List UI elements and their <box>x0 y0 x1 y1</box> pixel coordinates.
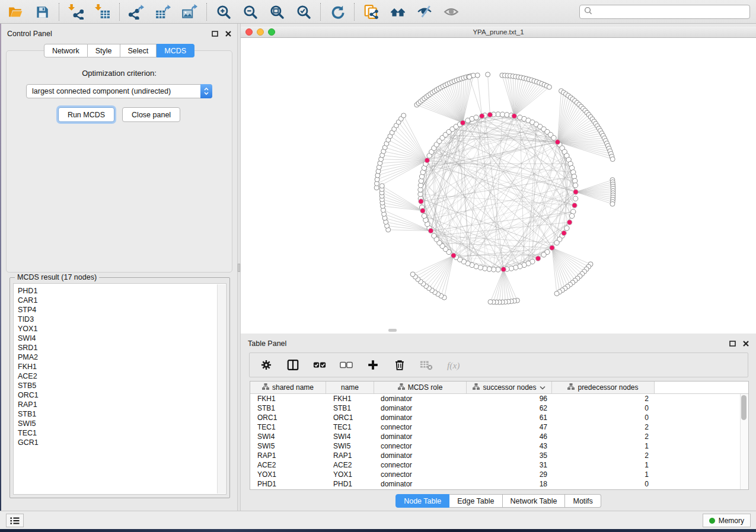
import-network-icon[interactable] <box>68 4 84 20</box>
table-cell-predecessor_nodes: 2 <box>552 451 655 460</box>
homes-icon[interactable] <box>390 4 406 20</box>
mcds-result-item[interactable]: FKH1 <box>18 362 226 371</box>
mcds-result-item[interactable]: TID3 <box>18 315 226 324</box>
table-cell-successor_nodes: 29 <box>467 470 552 479</box>
trash-icon[interactable] <box>393 358 406 371</box>
close-window-icon[interactable] <box>245 28 253 36</box>
table-cell-shared_name: RAP1 <box>250 451 326 460</box>
mcds-result-item[interactable]: CAR1 <box>18 296 226 305</box>
task-history-button[interactable] <box>6 514 24 527</box>
uncheck-pair-icon[interactable] <box>340 358 353 371</box>
float-panel-icon[interactable] <box>212 28 218 39</box>
mcds-list-scrollbar[interactable] <box>217 284 225 493</box>
mcds-result-item[interactable]: PMA2 <box>18 352 226 362</box>
tab-style[interactable]: Style <box>88 44 120 57</box>
export-network-icon[interactable] <box>128 4 145 20</box>
column-header-name[interactable]: name <box>326 382 374 393</box>
tab-node-table[interactable]: Node Table <box>395 494 449 508</box>
table-cell-successor_nodes: 46 <box>467 432 552 441</box>
mcds-result-item[interactable]: SRD1 <box>18 343 226 352</box>
close-panel-icon[interactable] <box>743 338 749 349</box>
tab-edge-table[interactable]: Edge Table <box>449 494 502 508</box>
network-graph[interactable] <box>241 38 756 334</box>
criterion-dropdown[interactable]: largest connected component (undirected) <box>26 84 212 98</box>
mcds-result-item[interactable]: SWI5 <box>18 419 226 428</box>
show-eye-icon[interactable] <box>443 4 460 20</box>
tab-motifs[interactable]: Motifs <box>565 494 601 508</box>
close-panel-icon[interactable] <box>225 28 231 39</box>
toolbar-group <box>120 4 206 20</box>
mcds-result-item[interactable]: YOX1 <box>18 324 226 334</box>
network-canvas[interactable] <box>241 38 756 334</box>
sort-descending-icon <box>540 383 546 392</box>
tab-network[interactable]: Network <box>44 44 88 57</box>
memory-button[interactable]: Memory <box>703 514 751 527</box>
split-pane-handle[interactable] <box>238 264 240 272</box>
zoom-in-icon[interactable] <box>215 4 232 20</box>
table-cell-name: PHD1 <box>326 480 374 488</box>
table-row[interactable]: ORC1ORC1dominator610 <box>250 413 748 422</box>
tab-select[interactable]: Select <box>120 44 157 57</box>
mcds-result-item[interactable]: STP4 <box>18 305 226 315</box>
table-row[interactable]: SWI5SWI5connector431 <box>250 441 748 451</box>
mcds-result-item[interactable]: RAP1 <box>18 400 226 409</box>
mcds-result-item[interactable]: PHD1 <box>18 286 226 296</box>
tab-mcds[interactable]: MCDS <box>157 44 194 57</box>
table-row[interactable]: ACE2ACE2connector311 <box>250 460 748 470</box>
float-panel-icon[interactable] <box>729 338 736 349</box>
copy-document-icon[interactable] <box>363 4 379 20</box>
table-cell-name: YOX1 <box>326 470 374 479</box>
table-scrollbar-thumb[interactable] <box>741 395 747 420</box>
search-input[interactable] <box>595 7 745 17</box>
table-cell-mcds_role: connector <box>374 442 467 450</box>
tab-network-table[interactable]: Network Table <box>503 494 566 508</box>
network-view-window: YPA_prune.txt_1 <box>241 27 756 334</box>
table-cell-mcds_role: connector <box>374 423 467 431</box>
plus-icon[interactable] <box>366 358 379 371</box>
table-row[interactable]: RAP1RAP1dominator352 <box>250 451 748 460</box>
search-icon <box>584 7 592 17</box>
mcds-result-item[interactable]: GCR1 <box>18 438 226 447</box>
mcds-result-item[interactable]: STB1 <box>18 409 226 419</box>
canvas-horizontal-scrollbar[interactable] <box>388 329 397 332</box>
table-row[interactable]: TEC1TEC1connector472 <box>250 422 748 432</box>
column-header-successor_nodes[interactable]: successor nodes <box>467 382 552 393</box>
maximize-window-icon[interactable] <box>268 28 275 36</box>
mcds-result-item[interactable]: ACE2 <box>18 371 226 381</box>
table-delete-icon <box>420 358 433 371</box>
run-mcds-button[interactable]: Run MCDS <box>58 107 114 122</box>
table-row[interactable]: PHD1PHD1dominator180 <box>250 479 748 489</box>
export-image-icon[interactable] <box>181 4 198 20</box>
zoom-fit-icon[interactable] <box>269 4 285 20</box>
mcds-result-item[interactable]: STB5 <box>18 381 226 390</box>
column-header-shared_name[interactable]: shared name <box>250 382 326 393</box>
split-columns-icon[interactable] <box>286 358 299 371</box>
table-row[interactable]: FKH1FKH1dominator962 <box>250 394 748 403</box>
import-table-icon[interactable] <box>94 4 111 20</box>
refresh-icon[interactable] <box>329 4 346 20</box>
table-row[interactable]: SWI4SWI4dominator462 <box>250 432 748 441</box>
mcds-result-item[interactable]: SWI4 <box>18 334 226 343</box>
mcds-result-item[interactable]: ORC1 <box>18 390 226 400</box>
close-panel-button[interactable]: Close panel <box>122 107 180 122</box>
zoom-out-icon[interactable] <box>242 4 259 20</box>
search-box[interactable] <box>579 5 750 19</box>
hide-neighbors-icon[interactable] <box>416 4 433 20</box>
table-panel-header: Table Panel <box>241 334 756 350</box>
zoom-selected-icon[interactable] <box>295 4 312 20</box>
table-scrollbar[interactable] <box>740 394 748 489</box>
export-table-icon[interactable] <box>155 4 171 20</box>
table-cell-name: SWI5 <box>326 442 374 450</box>
gear-icon[interactable] <box>260 358 273 371</box>
open-folder-icon[interactable] <box>7 4 24 20</box>
table-row[interactable]: YOX1YOX1connector291 <box>250 470 748 479</box>
mcds-result-item[interactable]: TEC1 <box>18 428 226 438</box>
table-row[interactable]: STB1STB1dominator620 <box>250 403 748 413</box>
column-header-mcds_role[interactable]: MCDS role <box>374 382 467 393</box>
mcds-result-list[interactable]: PHD1CAR1STP4TID3YOX1SWI4SRD1PMA2FKH1ACE2… <box>13 283 227 495</box>
check-pair-icon[interactable] <box>313 358 326 371</box>
minimize-window-icon[interactable] <box>257 28 264 36</box>
save-icon[interactable] <box>34 4 50 20</box>
column-header-predecessor_nodes[interactable]: predecessor nodes <box>552 382 655 393</box>
table-cell-shared_name: SWI4 <box>250 432 326 441</box>
